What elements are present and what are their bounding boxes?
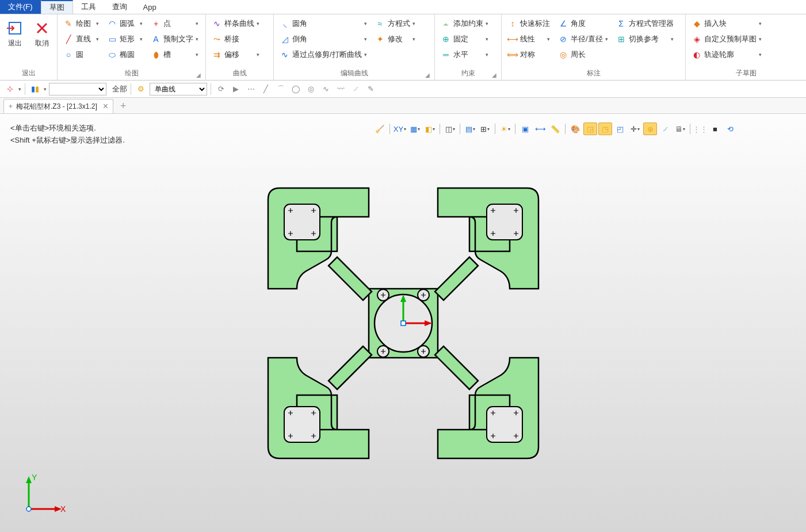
quick-layer-select[interactable] bbox=[49, 83, 106, 95]
draw-sketch[interactable]: ✎绘图▾ bbox=[61, 17, 101, 30]
quick-filter-icon[interactable]: ⚙ bbox=[135, 83, 147, 95]
draw-circle[interactable]: ○圆 bbox=[61, 48, 101, 62]
curve-bridge[interactable]: ⤳桥接 bbox=[209, 32, 262, 46]
menu-bar: 文件(F) 草图 工具 查询 App bbox=[0, 0, 806, 14]
draw-text[interactable]: A预制文字▾ bbox=[148, 32, 201, 46]
dim-linear[interactable]: ⟷线性▾ bbox=[505, 32, 552, 46]
menu-file[interactable]: 文件(F) bbox=[0, 0, 41, 14]
menu-tab-sketch[interactable]: 草图 bbox=[41, 0, 73, 14]
quick-line-icon[interactable]: ╱ bbox=[259, 83, 272, 95]
svg-rect-11 bbox=[401, 321, 406, 326]
add-tab-button[interactable]: + bbox=[117, 99, 130, 113]
vb-axes-icon[interactable]: ◰ bbox=[613, 123, 627, 135]
vb-snap1-icon[interactable]: ◲ bbox=[583, 123, 597, 135]
draw-rect[interactable]: ▭矩形▾ bbox=[105, 32, 145, 46]
panel-title-draw: 绘图◢ bbox=[61, 67, 202, 80]
con-fix[interactable]: ⊕固定▾ bbox=[438, 32, 491, 46]
sub-custom[interactable]: ◈自定义预制草图▾ bbox=[689, 32, 764, 46]
panel-launcher-icon[interactable]: ◢ bbox=[492, 72, 496, 78]
vb-target-icon[interactable]: ⊕ bbox=[643, 123, 657, 135]
close-tab-icon[interactable]: × bbox=[101, 101, 108, 112]
quick-tool-icon[interactable]: ⟋ bbox=[349, 83, 362, 95]
sub-insert-block[interactable]: ◆插入块▾ bbox=[689, 17, 764, 30]
panel-title-dim: 标注 bbox=[505, 67, 682, 80]
dim-toggle-ref[interactable]: ⊞切换参考▾ bbox=[614, 32, 676, 46]
quick-all-label: 全部 bbox=[112, 84, 127, 94]
hint-line-2: <Shift +鼠标右键>显示选择过滤器. bbox=[10, 135, 125, 147]
edit-trim-break[interactable]: ∿通过点修剪/打断曲线▾ bbox=[277, 48, 369, 62]
dim-radius[interactable]: ⊘半径/直径▾ bbox=[556, 32, 610, 46]
vb-img-icon[interactable]: ▣ bbox=[518, 123, 532, 135]
dim-perimeter[interactable]: ◎周长 bbox=[556, 48, 610, 62]
document-tab[interactable]: + 梅花铝型材.Z3 - [21.3x1.2] × bbox=[3, 99, 113, 113]
draw-line[interactable]: ╱直线▾ bbox=[61, 32, 101, 46]
sketch-add-icon: + bbox=[9, 102, 13, 110]
dim-sym[interactable]: ⟺对称 bbox=[505, 48, 552, 62]
quick-filter-select[interactable]: 单曲线 bbox=[150, 83, 207, 95]
vb-shade-icon[interactable]: ▤▾ bbox=[463, 123, 477, 135]
quick-layer-icon[interactable]: ▮▮ bbox=[29, 83, 41, 95]
vb-eraser-icon[interactable]: 🧹 bbox=[373, 123, 387, 135]
quick-run-icon[interactable]: ▶ bbox=[230, 83, 242, 95]
con-add[interactable]: ⫠添加约束▾ bbox=[438, 17, 491, 30]
vb-cross-icon[interactable]: ✛▾ bbox=[628, 123, 642, 135]
vb-monitor-icon[interactable]: 🖥▾ bbox=[673, 123, 687, 135]
curve-offset[interactable]: ⇉偏移▾ bbox=[209, 48, 262, 62]
con-horiz[interactable]: ═水平▾ bbox=[438, 48, 491, 62]
sketch-drawing bbox=[262, 182, 544, 464]
document-tabs: + 梅花铝型材.Z3 - [21.3x1.2] × + bbox=[0, 98, 806, 114]
vb-grid-icon[interactable]: ⊞▾ bbox=[478, 123, 492, 135]
panel-title-editcurve: 编辑曲线◢ bbox=[277, 67, 431, 80]
document-tab-title: 梅花铝型材.Z3 - [21.3x1.2] bbox=[16, 102, 97, 112]
panel-launcher-icon[interactable]: ◢ bbox=[196, 72, 201, 78]
curve-spline[interactable]: ∿样条曲线▾ bbox=[209, 17, 262, 30]
edit-fillet[interactable]: ◟圆角▾ bbox=[277, 17, 369, 30]
cancel-label: 取消 bbox=[35, 39, 49, 48]
vb-refresh-icon[interactable]: ⟲ bbox=[723, 123, 737, 135]
quick-pen-icon[interactable]: ✎ bbox=[364, 83, 377, 95]
vb-cube-icon[interactable]: ▦▾ bbox=[408, 123, 422, 135]
panel-title-curve: 曲线 bbox=[209, 67, 270, 80]
vb-black-icon[interactable]: ■ bbox=[708, 123, 722, 135]
edit-modify[interactable]: ✦修改▾ bbox=[373, 32, 418, 46]
vb-wire-icon[interactable]: ◫▾ bbox=[443, 123, 457, 135]
quick-arc-icon[interactable]: ⌒ bbox=[274, 83, 287, 95]
menu-tab-tools[interactable]: 工具 bbox=[73, 0, 104, 14]
draw-ellipse[interactable]: ⬭椭圆 bbox=[105, 48, 145, 62]
vb-sun-icon[interactable]: ☀▾ bbox=[498, 123, 512, 135]
vb-3d-icon[interactable]: ◧▾ bbox=[423, 123, 437, 135]
menu-tab-query[interactable]: 查询 bbox=[104, 0, 135, 14]
quick-dots-icon[interactable]: ⋯ bbox=[245, 83, 257, 95]
vb-snap2-icon[interactable]: ◳ bbox=[598, 123, 612, 135]
quick-circ-icon[interactable]: ◯ bbox=[289, 83, 302, 95]
draw-arc[interactable]: ◠圆弧▾ bbox=[105, 17, 145, 30]
svg-point-16 bbox=[26, 507, 31, 511]
vb-slash-icon[interactable]: ⟋ bbox=[658, 123, 672, 135]
draw-slot[interactable]: ⬮槽▾ bbox=[148, 48, 201, 62]
dim-angle[interactable]: ∠角度 bbox=[556, 17, 610, 30]
vb-palette-icon[interactable]: 🎨 bbox=[568, 123, 582, 135]
ribbon: 退出 取消 退出 ✎绘图▾ ╱直线▾ ○圆 ◠圆弧▾ ▭矩形▾ ⬭椭圆 +点▾ bbox=[0, 14, 806, 81]
vb-ruler-icon[interactable]: 📏 bbox=[548, 123, 562, 135]
draw-point[interactable]: +点▾ bbox=[148, 17, 201, 30]
exit-button[interactable]: 退出 bbox=[3, 17, 27, 67]
edit-chamfer[interactable]: ◿倒角▾ bbox=[277, 32, 369, 46]
quick-wave-icon[interactable]: ∿ bbox=[319, 83, 332, 95]
quick-circ2-icon[interactable]: ◎ bbox=[304, 83, 317, 95]
quick-snap-icon[interactable]: ⊹ bbox=[3, 83, 16, 95]
sub-trace[interactable]: ◐轨迹轮廓▾ bbox=[689, 48, 764, 62]
dim-quick[interactable]: ↕快速标注 bbox=[505, 17, 552, 30]
axis-y-label: Y bbox=[32, 473, 37, 482]
quick-play-icon[interactable]: ⟳ bbox=[215, 83, 227, 95]
edit-equation[interactable]: ≈方程式▾ bbox=[373, 17, 418, 30]
dim-eq-mgr[interactable]: Σ方程式管理器 bbox=[614, 17, 676, 30]
quick-wave2-icon[interactable]: 〰 bbox=[334, 83, 347, 95]
hint-line-1: <单击右键>环境相关选项. bbox=[10, 123, 125, 135]
cancel-button[interactable]: 取消 bbox=[30, 17, 54, 67]
vb-dim-icon[interactable]: ⟷ bbox=[533, 123, 547, 135]
menu-tab-app[interactable]: App bbox=[135, 0, 165, 14]
vb-dots-icon[interactable]: ⋮⋮ bbox=[693, 123, 707, 135]
canvas[interactable]: <单击右键>环境相关选项. <Shift +鼠标右键>显示选择过滤器. 🧹 XY… bbox=[0, 114, 806, 532]
vb-xy-icon[interactable]: XY▾ bbox=[393, 123, 407, 135]
panel-launcher-icon[interactable]: ◢ bbox=[425, 72, 430, 78]
